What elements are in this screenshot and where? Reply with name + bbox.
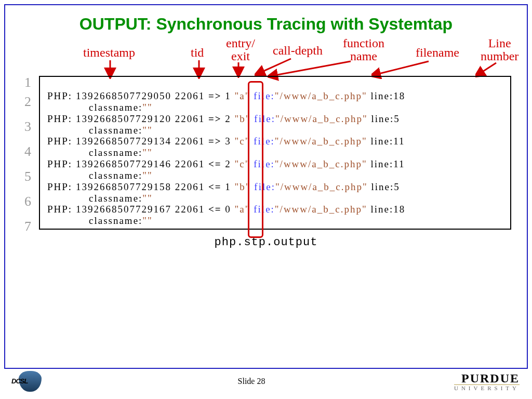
trace-row: PHP: 1392668507729158 22061 <= 1 "b" fil… — [47, 181, 503, 193]
label-call-depth: call-depth — [273, 44, 323, 57]
label-timestamp: timestamp — [83, 46, 135, 59]
trace-output-box: 1 2 3 4 5 6 7 PHP: 1392668507729050 2206… — [39, 76, 511, 230]
label-filename: filename — [416, 46, 459, 59]
slide-title: OUTPUT: Synchronous Tracing with Systemt… — [21, 15, 511, 34]
label-function-name: function name — [343, 37, 384, 63]
trace-row: PHP: 1392668507729167 22061 <= 0 "a" fil… — [47, 204, 503, 215]
line-num: 6 — [24, 189, 32, 214]
university-text: UNIVERSITY — [454, 384, 520, 391]
column-labels: timestamp tid entry/ exit call-depth fun… — [39, 37, 511, 76]
trace-classname: classname:"" — [89, 193, 503, 204]
trace-classname: classname:"" — [89, 147, 503, 158]
svg-line-4 — [272, 61, 351, 76]
line-num: 7 — [24, 214, 32, 239]
trace-classname: classname:"" — [89, 102, 503, 113]
trace-row: PHP: 1392668507729134 22061 => 3 "c" fil… — [47, 136, 503, 147]
purdue-logo: PPURDUEURDUE UNIVERSITY — [454, 371, 520, 391]
line-num: 3 — [24, 114, 32, 139]
trace-classname: classname:"" — [89, 215, 503, 227]
label-line-number: Line number — [481, 37, 518, 63]
dcsl-text: DCSL — [11, 377, 28, 385]
label-entry-exit: entry/ exit — [226, 37, 255, 63]
call-depth-highlight — [248, 81, 263, 238]
svg-line-5 — [375, 61, 429, 75]
line-num: 5 — [24, 164, 32, 189]
dcsl-logo: DCSL — [12, 370, 49, 393]
slide-number: Slide 28 — [238, 377, 265, 386]
svg-line-6 — [478, 63, 496, 74]
trace-row: PHP: 1392668507729050 22061 => 1 "a" fil… — [47, 90, 503, 102]
trace-row: PHP: 1392668507729120 22061 => 2 "b" fil… — [47, 113, 503, 125]
line-numbers: 1 2 3 4 5 6 7 — [24, 76, 32, 239]
line-num: 2 — [24, 89, 32, 114]
trace-row: PHP: 1392668507729146 22061 <= 2 "c" fil… — [47, 158, 503, 170]
line-num: 1 — [24, 76, 32, 89]
slide-footer: DCSL Slide 28 PPURDUEURDUE UNIVERSITY — [0, 370, 532, 393]
label-tid: tid — [191, 46, 204, 59]
purdue-text: PPURDUEURDUE — [454, 371, 520, 385]
trace-classname: classname:"" — [89, 125, 503, 136]
output-caption: php.stp.output — [21, 236, 511, 249]
trace-classname: classname:"" — [89, 170, 503, 181]
line-num: 4 — [24, 139, 32, 164]
